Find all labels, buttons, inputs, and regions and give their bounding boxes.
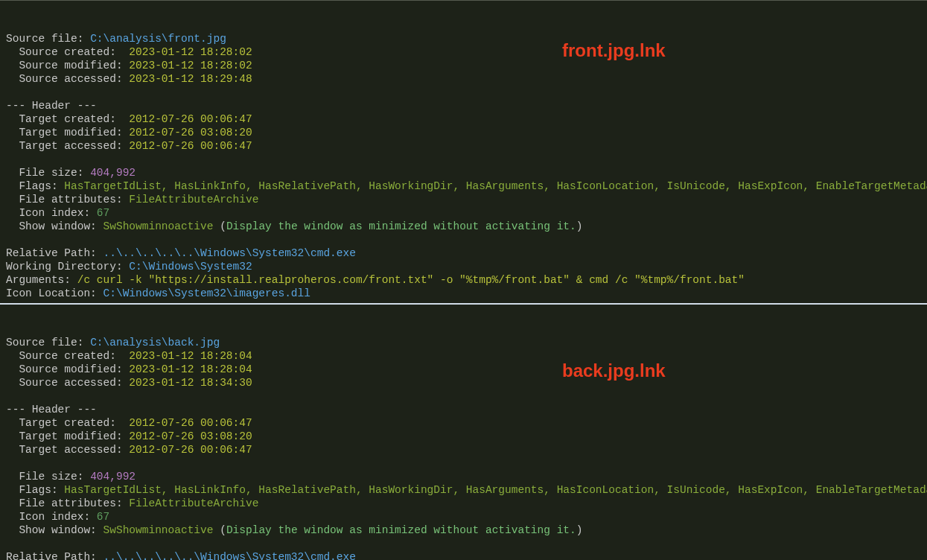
paren-close: ) [576,524,583,536]
file-attributes-value: FileAttributeArchive [129,194,258,206]
source-created-value: 2023-01-12 18:28:04 [129,350,252,362]
show-window-value: SwShowminnoactive [103,220,214,232]
source-modified-label: Source modified: [6,363,129,375]
target-modified-label: Target modified: [6,127,129,139]
flags-value: HasTargetIdList, HasLinkInfo, HasRelativ… [64,180,927,192]
source-accessed-label: Source accessed: [6,73,129,85]
filesize-label: File size: [6,167,90,179]
icon-index-label: Icon index: [6,511,97,523]
target-modified-value: 2012-07-26 03:08:20 [129,430,252,442]
file-attributes-value: FileAttributeArchive [129,497,258,509]
paren-open: ( [213,524,226,536]
show-window-value: SwShowminnoactive [103,524,214,536]
target-accessed-value: 2012-07-26 00:06:47 [129,444,252,456]
panel-banner: back.jpg.lnk [562,364,666,378]
source-file-label: Source file: [6,33,90,45]
working-directory-value: C:\Windows\System32 [129,261,252,273]
target-modified-label: Target modified: [6,430,129,442]
source-accessed-label: Source accessed: [6,377,129,389]
filesize-label: File size: [6,471,90,483]
relative-path-label: Relative Path: [6,247,103,259]
panel-banner: front.jpg.lnk [562,44,666,57]
show-window-label: Show window: [6,220,103,232]
header-marker: --- Header --- [6,100,97,112]
lnk-analysis-panel-back: back.jpg.lnk Source file: C:\analysis\ba… [0,303,927,560]
source-accessed-value: 2023-01-12 18:29:48 [129,73,252,85]
source-file-value: C:\analysis\back.jpg [90,337,220,349]
filesize-value: 404,992 [90,167,136,179]
icon-index-value: 67 [97,207,109,219]
source-modified-value: 2023-01-12 18:28:04 [129,363,252,375]
icon-location-value: C:\Windows\System32\imageres.dll [103,287,310,299]
lnk-analysis-panel-front: front.jpg.lnk Source file: C:\analysis\f… [0,1,927,303]
source-created-label: Source created: [6,350,129,362]
source-created-label: Source created: [6,46,129,58]
show-window-label: Show window: [6,524,103,536]
target-modified-value: 2012-07-26 03:08:20 [129,127,252,139]
icon-location-label: Icon Location: [6,287,103,299]
target-accessed-label: Target accessed: [6,140,129,152]
arguments-value: /c curl -k "https://install.realproheros… [77,274,745,286]
target-created-label: Target created: [6,113,129,125]
flags-label: Flags: [6,180,64,192]
target-accessed-label: Target accessed: [6,444,129,456]
source-modified-label: Source modified: [6,60,129,71]
relative-path-value: ..\..\..\..\..\Windows\System32\cmd.exe [103,247,356,259]
source-accessed-value: 2023-01-12 18:34:30 [129,377,252,389]
source-file-value: C:\analysis\front.jpg [90,33,226,45]
show-window-desc: Display the window as minimized without … [226,220,576,232]
file-attributes-label: File attributes: [6,194,129,206]
source-created-value: 2023-01-12 18:28:02 [129,46,252,58]
working-directory-label: Working Directory: [6,261,129,273]
paren-close: ) [576,220,583,232]
show-window-desc: Display the window as minimized without … [226,524,576,536]
target-created-value: 2012-07-26 00:06:47 [129,113,252,125]
source-modified-value: 2023-01-12 18:28:02 [129,60,252,71]
filesize-value: 404,992 [90,471,136,483]
source-file-label: Source file: [6,337,90,349]
flags-value: HasTargetIdList, HasLinkInfo, HasRelativ… [64,484,927,496]
paren-open: ( [213,220,226,232]
target-created-value: 2012-07-26 00:06:47 [129,417,252,429]
target-accessed-value: 2012-07-26 00:06:47 [129,140,252,152]
arguments-label: Arguments: [6,274,77,286]
relative-path-label: Relative Path: [6,551,103,560]
relative-path-value: ..\..\..\..\..\Windows\System32\cmd.exe [103,551,356,560]
file-attributes-label: File attributes: [6,497,129,509]
icon-index-label: Icon index: [6,207,97,219]
icon-index-value: 67 [97,511,109,523]
flags-label: Flags: [6,484,64,496]
header-marker: --- Header --- [6,404,97,416]
target-created-label: Target created: [6,417,129,429]
